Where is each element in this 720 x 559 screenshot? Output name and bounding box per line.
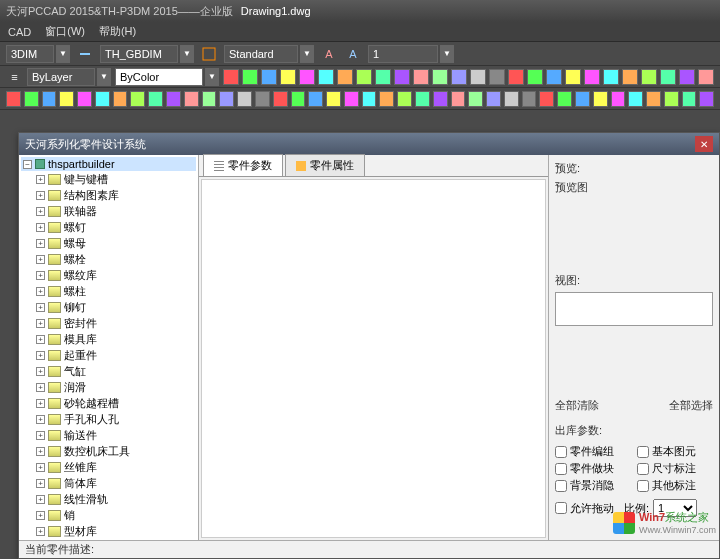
chevron-down-icon[interactable]: ▼ — [205, 68, 219, 86]
tool-icon[interactable] — [415, 91, 430, 107]
tab-props[interactable]: 零件属性 — [285, 154, 365, 176]
find-icon[interactable]: A — [344, 45, 362, 63]
expand-icon[interactable]: + — [36, 351, 45, 360]
tool-icon[interactable] — [539, 91, 554, 107]
combo-3dim[interactable]: ▼ — [6, 45, 70, 63]
tool-icon[interactable] — [451, 69, 467, 85]
combo-scale[interactable]: ▼ — [368, 45, 454, 63]
expand-icon[interactable]: + — [36, 319, 45, 328]
tool-icon[interactable] — [130, 91, 145, 107]
text-icon[interactable]: A — [320, 45, 338, 63]
expand-icon[interactable]: + — [36, 367, 45, 376]
expand-icon[interactable]: + — [36, 271, 45, 280]
combo-layer[interactable]: ▼ — [27, 68, 111, 86]
chk-other[interactable]: 其他标注 — [637, 478, 713, 493]
combo-color[interactable]: ▼ — [115, 68, 219, 86]
tool-icon[interactable] — [299, 69, 315, 85]
tree-item[interactable]: +螺柱 — [21, 283, 196, 299]
tool-icon[interactable] — [489, 69, 505, 85]
tool-icon[interactable] — [486, 91, 501, 107]
expand-icon[interactable]: + — [36, 479, 45, 488]
expand-icon[interactable]: + — [36, 239, 45, 248]
tool-icon[interactable] — [42, 91, 57, 107]
tree-item[interactable]: +气缸 — [21, 363, 196, 379]
tool-icon[interactable] — [470, 69, 486, 85]
expand-icon[interactable]: + — [36, 399, 45, 408]
combo-gbdim[interactable]: ▼ — [100, 45, 194, 63]
expand-icon[interactable]: + — [36, 175, 45, 184]
tool-icon[interactable] — [344, 91, 359, 107]
tree-item[interactable]: +液压缸 — [21, 539, 196, 540]
tool-icon[interactable] — [219, 91, 234, 107]
combo-standard[interactable]: ▼ — [224, 45, 314, 63]
dimstyle-icon[interactable] — [200, 45, 218, 63]
tool-icon[interactable] — [504, 91, 519, 107]
tree-item[interactable]: +型材库 — [21, 523, 196, 539]
select-all-button[interactable]: 全部选择 — [669, 398, 713, 413]
tree-item[interactable]: +润滑 — [21, 379, 196, 395]
chevron-down-icon[interactable]: ▼ — [300, 45, 314, 63]
tool-icon[interactable] — [451, 91, 466, 107]
tool-icon[interactable] — [603, 69, 619, 85]
expand-icon[interactable]: + — [36, 191, 45, 200]
tool-icon[interactable] — [646, 91, 661, 107]
expand-icon[interactable]: + — [36, 511, 45, 520]
tool-icon[interactable] — [184, 91, 199, 107]
tool-icon[interactable] — [255, 91, 270, 107]
clear-all-button[interactable]: 全部清除 — [555, 398, 599, 413]
chk-block[interactable]: 零件做块 — [555, 461, 631, 476]
tree-item[interactable]: +螺钉 — [21, 219, 196, 235]
tool-icon[interactable] — [337, 69, 353, 85]
tool-icon[interactable] — [413, 69, 429, 85]
expand-icon[interactable]: + — [36, 495, 45, 504]
tree-item[interactable]: +结构图素库 — [21, 187, 196, 203]
tool-icon[interactable] — [622, 69, 638, 85]
tree-item[interactable]: +螺母 — [21, 235, 196, 251]
expand-icon[interactable]: + — [36, 287, 45, 296]
expand-icon[interactable]: + — [36, 335, 45, 344]
tab-params[interactable]: 零件参数 — [203, 154, 283, 176]
menu-window[interactable]: 窗口(W) — [45, 24, 85, 39]
tool-icon[interactable] — [223, 69, 239, 85]
tool-icon[interactable] — [59, 91, 74, 107]
tool-icon[interactable] — [508, 69, 524, 85]
tree-item[interactable]: +销 — [21, 507, 196, 523]
close-button[interactable]: ✕ — [695, 136, 713, 152]
dialog-titlebar[interactable]: 天河系列化零件设计系统 ✕ — [19, 133, 719, 155]
tool-icon[interactable] — [575, 91, 590, 107]
tool-icon[interactable] — [291, 91, 306, 107]
expand-icon[interactable]: + — [36, 223, 45, 232]
chk-drag[interactable]: 允许拖动 — [555, 501, 614, 516]
expand-icon[interactable]: + — [36, 463, 45, 472]
tool-icon[interactable] — [237, 91, 252, 107]
tool-icon[interactable] — [375, 69, 391, 85]
tool-icon[interactable] — [77, 91, 92, 107]
expand-icon[interactable]: + — [36, 447, 45, 456]
menu-help[interactable]: 帮助(H) — [99, 24, 136, 39]
tool-icon[interactable] — [242, 69, 258, 85]
tool-icon[interactable] — [379, 91, 394, 107]
expand-icon[interactable]: + — [36, 303, 45, 312]
expand-icon[interactable]: + — [36, 527, 45, 536]
tool-icon[interactable] — [273, 91, 288, 107]
chevron-down-icon[interactable]: ▼ — [180, 45, 194, 63]
tool-icon[interactable] — [280, 69, 296, 85]
tool-icon[interactable] — [95, 91, 110, 107]
tree-item[interactable]: +数控机床工具 — [21, 443, 196, 459]
tool-icon[interactable] — [468, 91, 483, 107]
tool-icon[interactable] — [113, 91, 128, 107]
tool-icon[interactable] — [546, 69, 562, 85]
tree-item[interactable]: +密封件 — [21, 315, 196, 331]
tool-icon[interactable] — [202, 91, 217, 107]
collapse-icon[interactable]: − — [23, 160, 32, 169]
tool-icon[interactable] — [148, 91, 163, 107]
tree-item[interactable]: +螺栓 — [21, 251, 196, 267]
tree-item[interactable]: +丝锥库 — [21, 459, 196, 475]
tool-icon[interactable] — [24, 91, 39, 107]
tree-item[interactable]: +输送件 — [21, 427, 196, 443]
tool-icon[interactable] — [362, 91, 377, 107]
tool-icon[interactable] — [397, 91, 412, 107]
tool-icon[interactable] — [584, 69, 600, 85]
tool-icon[interactable] — [356, 69, 372, 85]
tree-item[interactable]: +模具库 — [21, 331, 196, 347]
